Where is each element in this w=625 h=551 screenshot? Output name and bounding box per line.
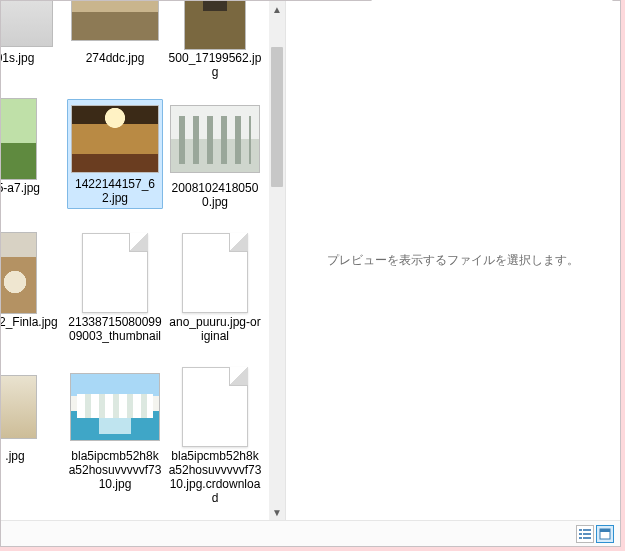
file-item[interactable]: 01s.jpg (1, 1, 65, 95)
svg-rect-4 (579, 537, 582, 539)
image-thumbnail (70, 373, 160, 441)
scroll-thumb[interactable] (271, 47, 283, 187)
file-name: 500_17199562.jpg (168, 51, 262, 79)
svg-rect-5 (583, 537, 591, 539)
file-item[interactable]: 20081024180500.jpg (165, 95, 265, 229)
image-thumbnail (170, 105, 260, 173)
generic-file-icon (182, 233, 248, 313)
generic-file-icon (82, 233, 148, 313)
explorer-window: 01s.jpg 274ddc.jpg 500_17199562.jpg 05-a… (0, 0, 621, 547)
file-name: ano_puuru.jpg-original (168, 315, 262, 343)
file-item[interactable]: 274ddc.jpg (65, 1, 165, 95)
svg-rect-7 (600, 529, 610, 532)
image-thumbnail (71, 105, 159, 173)
status-bar (1, 520, 620, 546)
file-name: 274ddc.jpg (68, 51, 162, 65)
file-item[interactable]: ano_puuru.jpg-original (165, 229, 265, 363)
image-thumbnail (1, 1, 53, 47)
svg-rect-3 (583, 533, 591, 535)
file-name: bla5ipcmb52h8ka52hosuvvvvvf7310.jpg (68, 449, 162, 491)
file-item[interactable]: 500_17199562.jpg (165, 1, 265, 95)
file-name: .jpg (1, 449, 62, 463)
file-item[interactable]: 2133871508009909003_thumbnail (65, 229, 165, 363)
image-thumbnail (1, 232, 37, 314)
view-large-icons-button[interactable] (596, 525, 614, 543)
vertical-scrollbar[interactable]: ▲ ▼ (269, 1, 285, 520)
file-name: 2133871508009909003_thumbnail (68, 315, 162, 343)
generic-file-icon (182, 367, 248, 447)
file-item[interactable]: 26292_Finla.jpg (1, 229, 65, 363)
scroll-down-button[interactable]: ▼ (269, 504, 285, 520)
details-view-icon (579, 528, 591, 540)
large-icons-view-icon (599, 528, 611, 540)
file-item[interactable]: bla5ipcmb52h8ka52hosuvvvvvf7310.jpg (65, 363, 165, 493)
image-thumbnail (1, 375, 37, 439)
file-item[interactable]: 05-a7.jpg (1, 95, 65, 229)
file-name: 05-a7.jpg (1, 181, 62, 195)
file-name: 01s.jpg (1, 51, 62, 65)
image-thumbnail (1, 98, 37, 180)
svg-rect-1 (583, 529, 591, 531)
file-item-selected[interactable]: 1422144157_62.jpg (65, 95, 165, 229)
file-name: 26292_Finla.jpg (1, 315, 62, 329)
scroll-up-button[interactable]: ▲ (269, 1, 285, 17)
file-grid: 01s.jpg 274ddc.jpg 500_17199562.jpg 05-a… (1, 1, 265, 493)
image-thumbnail (184, 1, 246, 50)
view-details-button[interactable] (576, 525, 594, 543)
file-name: 1422144157_62.jpg (71, 177, 159, 205)
file-name: bla5ipcmb52h8ka52hosuvvvvvf7310.jpg.crdo… (168, 449, 262, 505)
image-thumbnail (71, 1, 159, 41)
file-list-pane[interactable]: 01s.jpg 274ddc.jpg 500_17199562.jpg 05-a… (1, 1, 269, 520)
file-name: 20081024180500.jpg (168, 181, 262, 209)
preview-placeholder: プレビューを表示するファイルを選択します。 (327, 252, 579, 269)
preview-pane: プレビューを表示するファイルを選択します。 (286, 1, 620, 520)
svg-rect-0 (579, 529, 582, 531)
svg-rect-2 (579, 533, 582, 535)
file-item[interactable]: .jpg (1, 363, 65, 493)
file-item[interactable]: bla5ipcmb52h8ka52hosuvvvvvf7310.jpg.crdo… (165, 363, 265, 493)
